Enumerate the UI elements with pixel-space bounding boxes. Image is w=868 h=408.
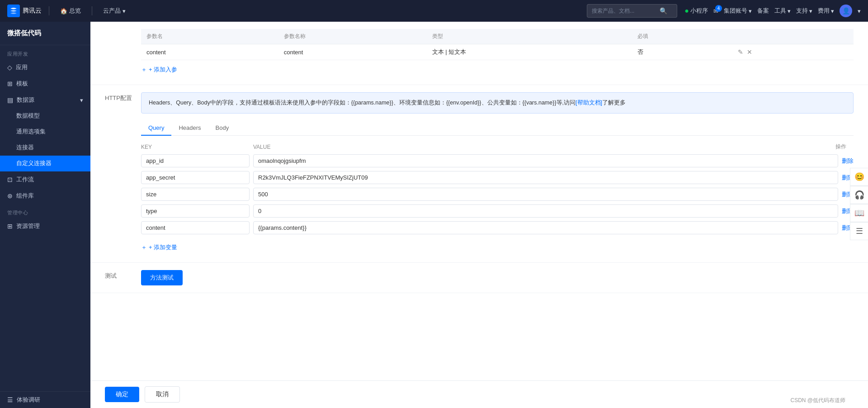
kv-value-input[interactable] xyxy=(253,221,838,234)
plus-icon: ＋ xyxy=(141,66,147,74)
sidebar-item-connector[interactable]: 连接器 xyxy=(0,140,90,156)
param-actions-cell: ✎ ✕ xyxy=(731,44,854,60)
col-required: 必填 xyxy=(632,29,731,44)
kv-key-input[interactable] xyxy=(141,188,250,201)
col-actions xyxy=(731,29,854,44)
kv-row: 删除 xyxy=(141,154,854,167)
param-required-cell: 否 xyxy=(632,44,731,60)
sidebar: 微搭低代码 应用开发 ◇ 应用 ⊞ 模板 ▤ 数据源 ▾ 数据模型 通用选项集 … xyxy=(0,22,90,408)
tab-headers[interactable]: Headers xyxy=(171,121,208,136)
miniapp-nav[interactable]: ● 小程序 xyxy=(684,7,708,15)
add-variable-button[interactable]: ＋ + 添加变量 xyxy=(141,240,177,255)
edit-param-button[interactable]: ✎ xyxy=(738,48,743,56)
tab-body[interactable]: Body xyxy=(208,121,236,136)
nav-cloud-products[interactable]: 云产品 ▾ xyxy=(99,7,129,15)
confirm-button[interactable]: 确定 xyxy=(105,387,139,402)
search-bar: 🔍 xyxy=(587,4,677,18)
http-config-content: Headers、Query、Body中的字段，支持通过模板语法来使用入参中的字段… xyxy=(141,92,854,255)
sidebar-item-experience[interactable]: ☰ 体验调研 xyxy=(0,391,90,408)
delete-param-button[interactable]: ✕ xyxy=(747,48,752,56)
docs-button[interactable]: 📖 xyxy=(850,204,868,222)
kv-key-input[interactable] xyxy=(141,204,250,218)
kv-row: 删除 xyxy=(141,221,854,234)
template-icon: ⊞ xyxy=(7,80,13,87)
account-dropdown-arrow[interactable]: ▾ xyxy=(858,8,861,14)
test-button[interactable]: 方法测试 xyxy=(141,270,183,285)
kv-value-header: VALUE xyxy=(253,144,832,150)
test-content: 方法测试 xyxy=(141,270,854,285)
nav-divider xyxy=(49,6,49,15)
top-nav: 腾讯云 🏠 总览 云产品 ▾ 🔍 ● 小程序 ✉ 4 集团账号 ▾ 备案 工具 … xyxy=(0,0,868,22)
workflow-icon: ⊡ xyxy=(7,176,13,183)
kv-rows-container: 删除 删除 删除 删除 删除 xyxy=(141,154,854,234)
param-label-cell: content xyxy=(278,44,427,60)
kv-key-input[interactable] xyxy=(141,154,250,167)
kv-action-header: 操作 xyxy=(835,143,854,151)
http-tabs: Query Headers Body xyxy=(141,121,854,136)
sidebar-item-workflow[interactable]: ⊡ 工作流 xyxy=(0,171,90,188)
help-doc-link[interactable]: [帮助文档] xyxy=(576,100,602,106)
nav-divider2 xyxy=(92,6,92,15)
sidebar-section-app-dev: 应用开发 xyxy=(0,45,90,59)
params-label xyxy=(105,29,141,77)
sidebar-item-datamodel[interactable]: 数据模型 xyxy=(0,108,90,124)
http-config-label: HTTP配置 xyxy=(105,92,141,255)
logo[interactable]: 腾讯云 xyxy=(7,5,42,17)
sidebar-item-template[interactable]: ⊞ 模板 xyxy=(0,76,90,92)
cancel-button[interactable]: 取消 xyxy=(145,386,180,403)
avatar[interactable]: 👤 xyxy=(840,5,852,17)
kv-row: 删除 xyxy=(141,188,854,201)
app-icon: ◇ xyxy=(7,64,12,71)
form-panel: 参数名 参数名称 类型 必填 content content 文本 | 短文本 … xyxy=(90,22,868,380)
kv-value-input[interactable] xyxy=(253,204,838,218)
datasource-icon: ▤ xyxy=(7,96,13,104)
search-input[interactable] xyxy=(592,8,660,14)
test-section: 测试 方法测试 xyxy=(90,263,868,293)
add-variable-plus-icon: ＋ xyxy=(141,243,147,251)
sidebar-brand: 微搭低代码 xyxy=(0,22,90,45)
sidebar-item-app[interactable]: ◇ 应用 xyxy=(0,59,90,76)
right-floating-panel: 😊 🎧 📖 ☰ xyxy=(850,168,868,240)
col-param-name: 参数名 xyxy=(141,29,278,44)
kv-key-input[interactable] xyxy=(141,171,250,184)
search-icon: 🔍 xyxy=(660,7,667,14)
sidebar-item-custom-connector[interactable]: 自定义连接器 xyxy=(0,156,90,171)
sidebar-item-resource[interactable]: ⊞ 资源管理 xyxy=(0,218,90,234)
http-info-text: Headers、Query、Body中的字段，支持通过模板语法来使用入参中的字段… xyxy=(149,100,626,106)
sidebar-item-datasource[interactable]: ▤ 数据源 ▾ xyxy=(0,92,90,108)
beian-nav[interactable]: 备案 xyxy=(757,7,769,15)
sidebar-item-options[interactable]: 通用选项集 xyxy=(0,124,90,140)
http-config-section: HTTP配置 Headers、Query、Body中的字段，支持通过模板语法来使… xyxy=(90,85,868,263)
tab-query[interactable]: Query xyxy=(141,121,171,136)
kv-delete-button[interactable]: 删除 xyxy=(842,157,854,165)
kv-key-input[interactable] xyxy=(141,221,250,234)
resource-icon: ⊞ xyxy=(7,223,13,230)
nav-home[interactable]: 🏠 总览 xyxy=(57,7,85,15)
kv-row: 删除 xyxy=(141,171,854,184)
group-account-nav[interactable]: 集团账号 ▾ xyxy=(724,7,752,15)
support-nav[interactable]: 支持 ▾ xyxy=(796,7,812,15)
cost-nav[interactable]: 费用 ▾ xyxy=(818,7,834,15)
col-name: 参数名称 xyxy=(278,29,427,44)
kv-col-headers: KEY VALUE 操作 xyxy=(141,143,854,151)
kv-row: 删除 xyxy=(141,204,854,218)
watermark: CSDN @低代码布道师 xyxy=(790,397,845,404)
menu-button[interactable]: ☰ xyxy=(850,222,868,240)
kv-value-input[interactable] xyxy=(253,188,838,201)
kv-value-input[interactable] xyxy=(253,154,838,167)
col-type: 类型 xyxy=(427,29,632,44)
add-param-button[interactable]: ＋ + 添加入参 xyxy=(141,62,177,77)
tools-nav[interactable]: 工具 ▾ xyxy=(774,7,791,15)
feedback-button[interactable]: 😊 xyxy=(850,168,868,186)
content-area: 参数名 参数名称 类型 必填 content content 文本 | 短文本 … xyxy=(90,22,868,408)
param-type-cell: 文本 | 短文本 xyxy=(427,44,632,60)
param-name-cell: content xyxy=(141,44,278,60)
kv-value-input[interactable] xyxy=(253,171,838,184)
main-layout: 微搭低代码 应用开发 ◇ 应用 ⊞ 模板 ▤ 数据源 ▾ 数据模型 通用选项集 … xyxy=(0,22,868,408)
notification-bell[interactable]: ✉ 4 xyxy=(713,8,718,14)
support-button[interactable]: 🎧 xyxy=(850,186,868,204)
sidebar-item-components[interactable]: ⊛ 组件库 xyxy=(0,188,90,204)
params-table: 参数名 参数名称 类型 必填 content content 文本 | 短文本 … xyxy=(141,29,854,60)
params-section: 参数名 参数名称 类型 必填 content content 文本 | 短文本 … xyxy=(90,22,868,85)
table-row: content content 文本 | 短文本 否 ✎ ✕ xyxy=(141,44,854,60)
